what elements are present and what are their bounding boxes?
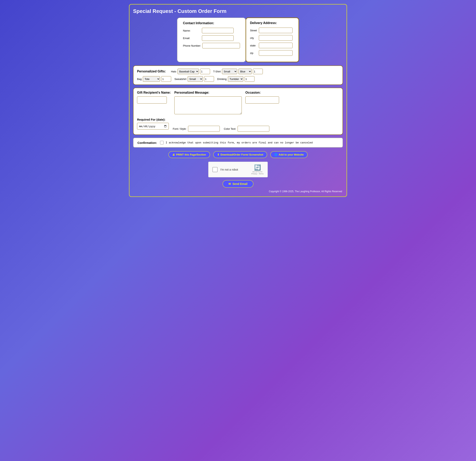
add-website-button[interactable]: 🌐 Add to your Website	[270, 151, 308, 158]
bag-select[interactable]: Tote Backpack Clutch	[143, 76, 160, 82]
occasion-input[interactable]	[245, 96, 279, 103]
delivery-heading: Delivery Address:	[250, 21, 295, 25]
recaptcha-checkbox[interactable]	[212, 167, 218, 172]
date-input[interactable]	[137, 123, 169, 129]
send-row: ✉ Send Email	[133, 180, 343, 188]
bag-row: Bag Tote Backpack Clutch	[137, 76, 171, 82]
confirmation-checkbox[interactable]	[160, 141, 164, 145]
gifts-heading: Personalized Gifts:	[137, 70, 166, 73]
tshirt-color-select[interactable]: Blue Red Green White	[238, 69, 252, 74]
personalized-message-input[interactable]	[174, 96, 242, 114]
email-icon: ✉	[229, 182, 231, 186]
download-label: Download/Order Form/ Screenshot	[221, 153, 263, 156]
download-icon: ⬇	[217, 153, 219, 156]
drinking-qty-input[interactable]	[245, 76, 255, 82]
message-heading: Personalized Message:	[174, 91, 242, 94]
city-field-row: city	[250, 35, 295, 41]
zip-label: zip	[250, 51, 258, 55]
hats-qty-input[interactable]	[200, 69, 210, 74]
date-col: Required For (date):	[137, 118, 169, 129]
download-button[interactable]: ⬇ Download/Order Form/ Screenshot	[213, 151, 267, 158]
hats-label: Hats	[171, 70, 176, 73]
confirmation-text: I acknowledge that upon submitting this …	[166, 141, 313, 144]
recipient-heading: Gift Recipient's Name:	[137, 91, 171, 94]
contact-box: Contact Information: Name: Email: Phone …	[177, 17, 246, 62]
recaptcha-label: I'm not a robot	[220, 168, 238, 171]
recipient-section: Gift Recipient's Name: Personalized Mess…	[133, 88, 343, 135]
print-icon: 🖨	[172, 153, 175, 156]
name-label: Name:	[183, 29, 201, 32]
send-email-label: Send Email	[232, 182, 247, 186]
send-email-button[interactable]: ✉ Send Email	[222, 180, 253, 188]
font-label: Font / Style:	[173, 127, 187, 130]
gifts-grid: Personalized Gifts: Hats Baseball Cap Be…	[137, 69, 339, 82]
city-label: city	[250, 36, 258, 40]
recaptcha-brand: reCAPTCHA	[251, 171, 264, 173]
hats-row: Hats Baseball Cap Beanie Fedora	[171, 69, 210, 74]
drinking-select[interactable]: Tumbler Mug Bottle	[228, 76, 243, 82]
recaptcha-icon: 🔄	[254, 164, 261, 171]
tshirt-row: T-Shirt Small Medium Large XL Blue Red G…	[213, 69, 263, 74]
date-row: Required For (date): Font / Style: Color…	[137, 118, 339, 132]
font-input[interactable]	[188, 126, 220, 132]
name-input[interactable]	[202, 28, 234, 33]
hats-select[interactable]: Baseball Cap Beanie Fedora	[178, 69, 199, 74]
recaptcha-box: I'm not a robot 🔄 reCAPTCHA Privacy - Te…	[208, 162, 268, 177]
phone-input[interactable]	[202, 43, 240, 48]
name-field-row: Name:	[183, 28, 240, 33]
delivery-box: Delivery Address: Street city state zip	[246, 17, 299, 62]
occasion-heading: Occasion:	[245, 91, 279, 94]
gifts-section: Personalized Gifts: Hats Baseball Cap Be…	[133, 66, 343, 85]
street-field-row: Street	[250, 28, 295, 33]
font-col: Font / Style:	[173, 126, 220, 132]
sweatshirt-qty-input[interactable]	[204, 76, 214, 82]
recipient-col: Gift Recipient's Name:	[137, 91, 171, 103]
state-input[interactable]	[259, 43, 293, 48]
recipient-name-input[interactable]	[137, 96, 167, 103]
email-label: Email:	[183, 37, 201, 40]
confirmation-box: Confirmation: I acknowledge that upon su…	[133, 138, 343, 148]
email-input[interactable]	[202, 35, 234, 41]
recaptcha-logo: 🔄 reCAPTCHA Privacy - Terms	[251, 164, 264, 175]
contact-heading: Contact Information:	[183, 21, 240, 25]
drinking-label: Drinking	[217, 77, 227, 81]
sweatshirt-row: Sweatshirt Small Medium Large XL	[174, 76, 214, 82]
city-input[interactable]	[259, 35, 293, 41]
tshirt-qty-input[interactable]	[253, 69, 263, 74]
zip-input[interactable]	[259, 50, 293, 56]
street-label: Street	[250, 29, 258, 32]
color-label: Color Text:	[224, 127, 236, 130]
bag-qty-input[interactable]	[161, 76, 171, 82]
sweatshirt-select[interactable]: Small Medium Large XL	[188, 76, 203, 82]
state-label: state	[250, 44, 258, 47]
top-info-row: Contact Information: Name: Email: Phone …	[133, 17, 343, 62]
color-text-input[interactable]	[238, 126, 269, 132]
zip-field-row: zip	[250, 50, 295, 56]
action-buttons-row: 🖨 PRINT this Page/Section ⬇ Download/Ord…	[133, 151, 343, 158]
email-field-row: Email:	[183, 35, 240, 41]
website-icon: 🌐	[274, 153, 278, 156]
bag-label: Bag	[137, 77, 142, 81]
street-input[interactable]	[259, 28, 293, 33]
print-label: PRINT this Page/Section	[176, 153, 206, 156]
phone-label: Phone Number:	[183, 44, 201, 47]
drinking-row: Drinking Tumbler Mug Bottle	[217, 76, 255, 82]
date-heading: Required For (date):	[137, 118, 169, 121]
confirmation-label: Confirmation:	[137, 141, 157, 145]
sweatshirt-label: Sweatshirt	[174, 77, 187, 81]
message-col: Personalized Message:	[174, 91, 242, 115]
recipient-inner: Gift Recipient's Name: Personalized Mess…	[137, 91, 339, 115]
phone-field-row: Phone Number:	[183, 43, 240, 48]
recaptcha-container: I'm not a robot 🔄 reCAPTCHA Privacy - Te…	[133, 162, 343, 177]
tshirt-label: T-Shirt	[213, 70, 221, 73]
state-field-row: state	[250, 43, 295, 48]
copyright-text: Copyright © 1996-2025, The Laughing Prof…	[133, 190, 343, 193]
print-button[interactable]: 🖨 PRINT this Page/Section	[168, 151, 210, 158]
occasion-col: Occasion:	[245, 91, 279, 103]
color-col: Color Text:	[224, 126, 269, 132]
add-website-label: Add to your Website	[279, 153, 304, 156]
tshirt-size-select[interactable]: Small Medium Large XL	[222, 69, 237, 74]
outer-container: Special Request - Custom Order Form Cont…	[129, 4, 347, 197]
page-title: Special Request - Custom Order Form	[133, 8, 343, 14]
recaptcha-privacy: Privacy - Terms	[251, 173, 264, 175]
